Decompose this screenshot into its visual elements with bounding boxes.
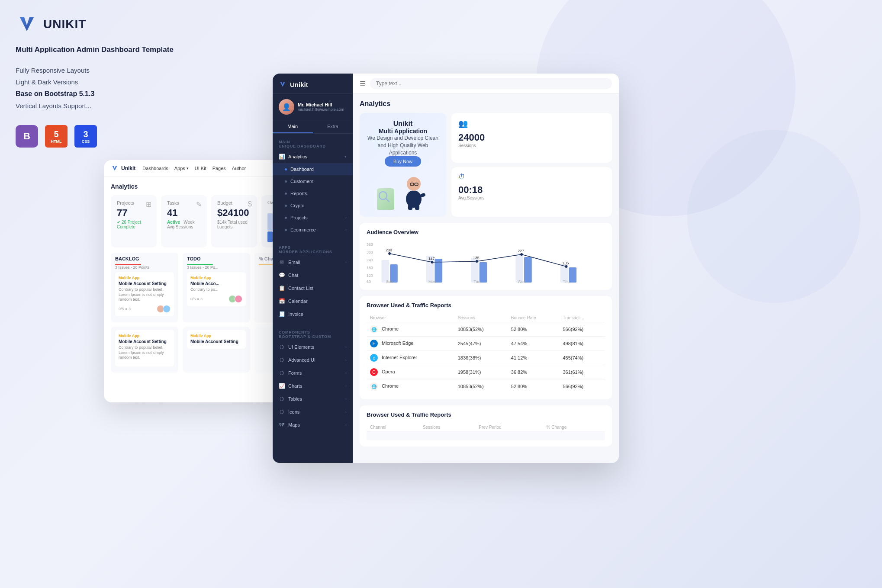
sidebar-item-icons[interactable]: ⬡ Icons › bbox=[273, 405, 353, 418]
task-app-3: Mobile App bbox=[190, 334, 242, 338]
nav-item-pages[interactable]: Pages bbox=[212, 166, 226, 171]
svg-point-32 bbox=[520, 253, 523, 256]
task-meta: 0/5 ● 3 bbox=[190, 297, 203, 301]
backlog-header: BACKLOG bbox=[115, 256, 174, 261]
sidebar-item-tables[interactable]: ⬡ Tables › bbox=[273, 392, 353, 405]
sessions-value: 24000 bbox=[458, 132, 605, 143]
nav-item-author[interactable]: Author bbox=[232, 166, 246, 171]
channel-row bbox=[367, 432, 605, 440]
main-topbar: ☰ bbox=[353, 74, 619, 94]
svg-text:300: 300 bbox=[367, 250, 373, 254]
sidebar-item-dashboard[interactable]: Dashboard bbox=[273, 163, 353, 175]
customers-label: Customers bbox=[290, 179, 347, 184]
task-title-3: Mobile Account Setting bbox=[190, 339, 242, 344]
maps-label: Maps bbox=[288, 422, 345, 427]
buy-now-button[interactable]: Buy Now bbox=[385, 156, 421, 167]
ui-elements-chevron: › bbox=[345, 345, 347, 349]
sidebar-item-charts[interactable]: 📈 Charts › bbox=[273, 379, 353, 392]
icons-icon: ⬡ bbox=[279, 409, 285, 415]
nav-item-uikit[interactable]: UI Kit bbox=[195, 166, 206, 171]
dot-projects bbox=[285, 217, 287, 219]
projects-sub: ✔ 26 Project Complete bbox=[117, 220, 151, 229]
sidebar-item-projects[interactable]: Projects › bbox=[273, 212, 353, 224]
sidebar-item-crypto[interactable]: Crypto bbox=[273, 199, 353, 212]
projects-value: 77 bbox=[117, 207, 151, 218]
svg-text:180: 180 bbox=[367, 266, 373, 270]
sidebar-item-reports[interactable]: Reports bbox=[273, 187, 353, 199]
sidebar-item-maps[interactable]: 🗺 Maps › bbox=[273, 418, 353, 431]
menu-icon[interactable]: ☰ bbox=[360, 80, 366, 88]
browser-title: Browser Used & Traffic Reports bbox=[367, 302, 605, 308]
task-title: Mobile Account Setting bbox=[119, 281, 171, 286]
icons-chevron: › bbox=[345, 410, 347, 414]
sidebar-item-calendar[interactable]: 📅 Calendar bbox=[273, 295, 353, 308]
svg-text:105: 105 bbox=[563, 261, 569, 265]
sidebar-item-advanced-ui[interactable]: ⬡ Advanced UI › bbox=[273, 353, 353, 366]
ecommerce-label: Ecommerce bbox=[290, 227, 345, 232]
browser-table: Browser Sessions Bounce Rate Transacti..… bbox=[367, 314, 605, 393]
svg-text:230: 230 bbox=[386, 248, 392, 252]
nav-item-apps[interactable]: Apps ▾ bbox=[174, 166, 189, 171]
sidebar-item-email[interactable]: ✉ Email › bbox=[273, 256, 353, 269]
sidebar-item-ecommerce[interactable]: Ecommerce › bbox=[273, 224, 353, 236]
th-ch-sessions: Sessions bbox=[419, 423, 475, 432]
sidebar-item-contact-list[interactable]: 📋 Contact List bbox=[273, 282, 353, 295]
sidebar-item-ui-elements[interactable]: ⬡ UI Elements › bbox=[273, 341, 353, 353]
main-content-area: ☰ Analytics Unikit Multi Application We … bbox=[353, 74, 619, 463]
sidebar-item-invoice[interactable]: 🧾 Invoice bbox=[273, 308, 353, 321]
sidebar-item-chat[interactable]: 💬 Chat bbox=[273, 269, 353, 282]
brand-name: UNIKIT bbox=[43, 17, 86, 31]
sidebar-item-analytics[interactable]: 📊 Analytics ▾ bbox=[273, 150, 353, 163]
svg-text:Thu: Thu bbox=[563, 280, 570, 284]
analytics-chevron: ▾ bbox=[344, 154, 347, 159]
ui-elements-label: UI Elements bbox=[288, 344, 345, 350]
projects-icon: ⊞ bbox=[146, 200, 151, 209]
sidebar-item-forms[interactable]: ⬡ Forms › bbox=[273, 366, 353, 379]
css-badge: 3 CSS bbox=[74, 125, 97, 148]
svg-text:360: 360 bbox=[367, 242, 373, 247]
hero-figure bbox=[377, 167, 429, 210]
section-main: MAIN UNIQUE DASHBOARD 📊 Analytics ▾ Dash… bbox=[273, 134, 353, 239]
bounce-cell: 41.12% bbox=[508, 351, 560, 365]
task-title: Mobile Acco... bbox=[190, 281, 242, 286]
task-desc-2: Contrary to popular belief, Lorem Ipsum … bbox=[119, 345, 171, 360]
nav-logo-icon bbox=[111, 164, 119, 172]
main-dashboard: Unikit 👤 Mr. Michael Hill michael.hill@e… bbox=[273, 74, 619, 463]
avatar-stack bbox=[229, 295, 242, 303]
budget-card: Budget $24100 $14k Total used budgets $ bbox=[211, 195, 257, 247]
table-header-row: Browser Sessions Bounce Rate Transacti..… bbox=[367, 314, 605, 322]
section-apps: APPS MORDER APPLICATIONS ✉ Email › 💬 Cha… bbox=[273, 239, 353, 324]
kanban-backlog: BACKLOG 3 Issues - 20 Points Mobile App … bbox=[111, 253, 178, 322]
svg-text:60: 60 bbox=[367, 280, 371, 284]
channel-thead: Channel Sessions Prev Period % Change bbox=[367, 423, 605, 432]
search-input[interactable] bbox=[370, 78, 612, 89]
dot-ecommerce bbox=[285, 229, 287, 231]
task-app: Mobile App bbox=[190, 276, 242, 280]
sessions-card: 👥 24000 Sessions bbox=[451, 113, 612, 163]
sidebar-user: 👤 Mr. Michael Hill michael.hill@exemple.… bbox=[273, 94, 353, 120]
chrome-icon: 🌐 bbox=[370, 325, 378, 333]
section-components: COMPONENTS BOOTSTRAP & CUSTOM ⬡ UI Eleme… bbox=[273, 324, 353, 435]
kanban-todo: TODO 3 Issues - 20 Po... Mobile App Mobi… bbox=[183, 253, 250, 322]
transact-cell: 498(81%) bbox=[559, 337, 605, 351]
nav-item-dashboards[interactable]: Dashboards bbox=[142, 166, 168, 171]
nav-items: Dashboards Apps ▾ UI Kit Pages Author bbox=[142, 166, 246, 171]
th-pct-change: % Change bbox=[543, 423, 605, 432]
avgsessions-label: Avg.Sessions bbox=[458, 196, 605, 200]
table-row: e Internet-Explorer 1836(38%) 41.12% 455… bbox=[367, 351, 605, 365]
tab-main[interactable]: Main bbox=[273, 120, 313, 133]
svg-text:Sun: Sun bbox=[386, 280, 393, 284]
bounce-cell: 47.54% bbox=[508, 337, 560, 351]
tab-extra[interactable]: Extra bbox=[313, 120, 353, 133]
sidebar-item-customers[interactable]: Customers bbox=[273, 175, 353, 187]
todo-title: TODO bbox=[187, 256, 201, 261]
channel-table: Channel Sessions Prev Period % Change bbox=[367, 423, 605, 440]
advanced-ui-chevron: › bbox=[345, 358, 347, 362]
transact-cell: 566(92%) bbox=[559, 322, 605, 337]
sessions-cell: 2545(47%) bbox=[454, 337, 508, 351]
ie-icon: e bbox=[370, 354, 378, 362]
email-chevron: › bbox=[345, 260, 347, 264]
user-name: Mr. Michael Hill bbox=[298, 102, 344, 107]
th-transact: Transacti... bbox=[559, 314, 605, 322]
nav-logo: Unikit bbox=[111, 164, 135, 172]
